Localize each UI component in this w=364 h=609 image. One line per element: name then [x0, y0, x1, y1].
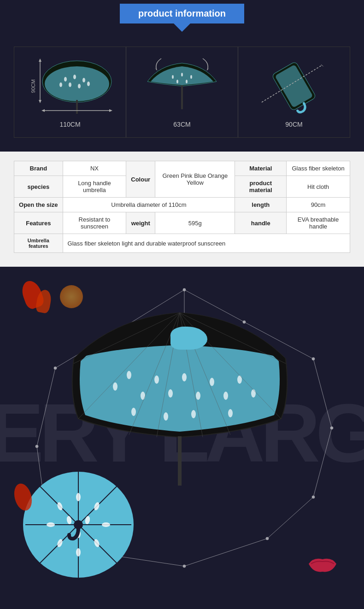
- lips-decoration: [304, 552, 341, 575]
- umbrella-open-svg: [136, 56, 228, 116]
- svg-line-37: [267, 497, 313, 539]
- dim-front: 90CM: [14, 47, 126, 137]
- handle-label: handle: [235, 212, 287, 234]
- svg-point-60: [196, 392, 200, 400]
- open-size-label: Open the size: [14, 198, 63, 212]
- header-section: product information: [0, 0, 364, 37]
- petal-decoration-3: [9, 479, 37, 515]
- product-material-label: product material: [235, 176, 287, 198]
- svg-line-40: [184, 539, 267, 566]
- svg-point-1: [45, 66, 109, 101]
- table-row: Umbrella features Glass fiber skeleton l…: [14, 234, 350, 253]
- svg-point-96: [12, 481, 35, 512]
- dimensions-box: 90CM: [14, 47, 350, 138]
- handle-value: EVA breathable handle: [287, 212, 350, 234]
- bottom-section: VERY LARGE: [0, 267, 364, 598]
- svg-point-19: [176, 80, 178, 83]
- svg-point-87: [102, 522, 110, 527]
- umbrella-front-svg: [24, 56, 116, 116]
- svg-point-89: [76, 548, 81, 556]
- svg-point-68: [228, 409, 233, 417]
- svg-point-58: [168, 389, 173, 398]
- species-value: Long handle umbrella: [63, 176, 126, 198]
- dim-open: 63CM: [126, 47, 238, 137]
- length-label: length: [235, 198, 287, 212]
- blue-cloth-decoration: [170, 327, 207, 350]
- svg-marker-14: [39, 59, 41, 62]
- svg-point-16: [172, 75, 174, 79]
- svg-point-49: [312, 496, 315, 498]
- svg-point-56: [141, 392, 145, 400]
- material-value: Glass fiber skeleton: [287, 161, 350, 176]
- dimensions-section: 90CM: [0, 37, 364, 152]
- svg-point-84: [76, 493, 81, 501]
- svg-point-8: [87, 82, 90, 86]
- colour-label: Colour: [126, 161, 155, 198]
- dim-open-label: 63CM: [173, 121, 190, 128]
- svg-point-86: [47, 522, 55, 527]
- product-material-value: Hit cloth: [287, 176, 350, 198]
- weight-label: weight: [126, 212, 155, 234]
- dim-closed-label: 90CM: [285, 121, 302, 128]
- brand-label: Brand: [14, 161, 63, 176]
- svg-point-5: [69, 82, 71, 87]
- svg-point-18: [190, 75, 192, 79]
- dim-closed: 90CM: [238, 47, 350, 137]
- table-row: Brand NX Colour Green Pink Blue Orange Y…: [14, 161, 350, 176]
- material-label: Material: [235, 161, 287, 176]
- umbrella-features-label: Umbrella features: [14, 234, 63, 253]
- svg-point-6: [78, 84, 81, 88]
- svg-point-42: [183, 288, 186, 291]
- species-label: species: [14, 176, 63, 198]
- svg-point-64: [251, 389, 256, 398]
- svg-point-65: [131, 408, 136, 416]
- orange-decoration: [60, 285, 83, 308]
- product-info-table: Brand NX Colour Green Pink Blue Orange Y…: [14, 161, 350, 253]
- svg-point-7: [59, 82, 62, 87]
- umbrella-closed-svg: [248, 56, 340, 116]
- features-label: Features: [14, 212, 63, 234]
- info-section: Brand NX Colour Green Pink Blue Orange Y…: [0, 152, 364, 267]
- dim-front-label: 110CM: [59, 121, 80, 128]
- svg-point-66: [164, 412, 168, 421]
- svg-point-2: [64, 77, 67, 82]
- svg-marker-27: [321, 64, 324, 67]
- svg-point-67: [191, 410, 196, 418]
- svg-point-62: [223, 392, 228, 400]
- table-row: Open the size Umbrella diameter of 110cm…: [14, 198, 350, 212]
- svg-point-57: [154, 375, 159, 384]
- svg-point-54: [113, 382, 117, 391]
- umbrella-scene: [0, 267, 364, 598]
- svg-point-63: [237, 375, 242, 384]
- brand-value: NX: [63, 161, 126, 176]
- svg-point-20: [186, 80, 188, 83]
- svg-point-55: [127, 371, 131, 379]
- weight-value: 595g: [155, 212, 235, 234]
- colour-value: Green Pink Blue Orange Yellow: [155, 161, 235, 198]
- length-value: 90cm: [287, 198, 350, 212]
- open-size-value: Umbrella diameter of 110cm: [63, 198, 235, 212]
- umbrella-features-value: Glass fiber skeleton light and durable w…: [63, 234, 350, 253]
- table-row: Features Resistant to sunscreen weight 5…: [14, 212, 350, 234]
- height-label: 90CM: [30, 79, 36, 93]
- svg-point-61: [210, 378, 214, 386]
- product-info-badge: product information: [120, 4, 244, 23]
- svg-marker-12: [109, 109, 112, 112]
- svg-point-59: [182, 373, 187, 381]
- svg-point-17: [181, 73, 183, 76]
- svg-marker-15: [39, 100, 41, 103]
- svg-point-4: [82, 78, 85, 82]
- svg-marker-11: [41, 109, 45, 112]
- features-value: Resistant to sunscreen: [63, 212, 126, 234]
- svg-point-51: [266, 537, 269, 540]
- svg-point-53: [183, 565, 186, 568]
- svg-point-3: [73, 75, 76, 79]
